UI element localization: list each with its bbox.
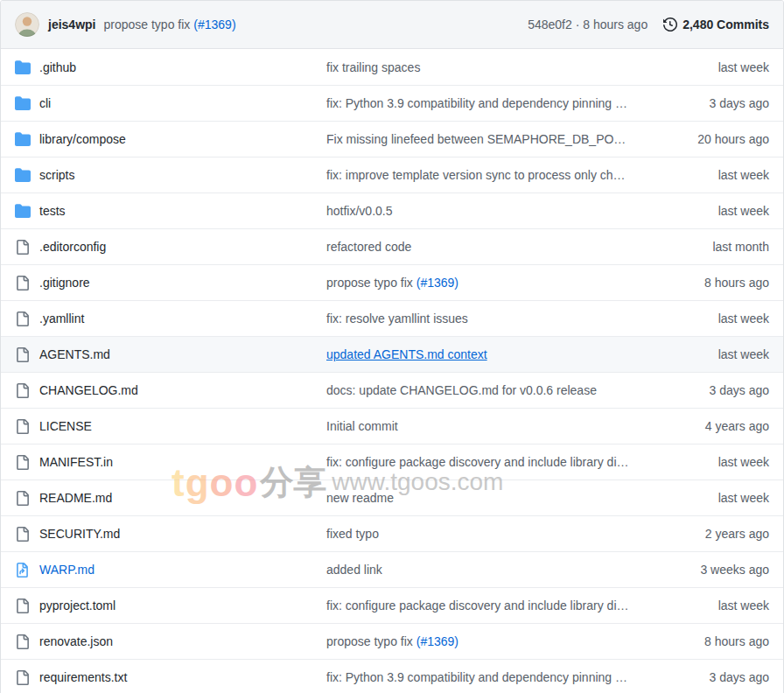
row-icon-slot	[15, 527, 32, 542]
commit-time: last week	[647, 312, 769, 326]
file-name[interactable]: renovate.json	[39, 634, 113, 648]
commit-time: 2 years ago	[647, 527, 769, 541]
table-row: renovate.json propose typo fix (#1369) 8…	[1, 623, 783, 659]
file-name-cell: cli	[15, 95, 326, 111]
file-name[interactable]: scripts	[39, 168, 74, 182]
table-row: .yamllint fix: resolve yamllint issues l…	[1, 300, 783, 336]
table-row: WARP.md added link 3 weeks ago	[1, 551, 783, 587]
commits-count-label: 2,480 Commits	[682, 18, 769, 32]
file-icon	[15, 670, 30, 685]
commit-message-text: fix: configure package discovery and inc…	[326, 455, 647, 469]
file-name[interactable]: tests	[39, 204, 66, 218]
file-name[interactable]: pyproject.toml	[39, 598, 116, 612]
commit-time: 8 hours ago	[583, 18, 648, 32]
commit-message: fix: configure package discovery and inc…	[326, 598, 647, 612]
dot-separator: ·	[576, 18, 580, 32]
file-name-cell: .github	[15, 60, 326, 75]
commit-meta: 548e0f2 · 8 hours ago 2,480 Commits	[528, 18, 769, 32]
file-name[interactable]: CHANGELOG.md	[39, 383, 138, 397]
file-name[interactable]: requirements.txt	[39, 670, 127, 684]
commit-title-link[interactable]: propose typo fix	[103, 18, 190, 32]
commit-message-link[interactable]: (#1369)	[416, 276, 458, 290]
commit-message-text: added link	[326, 563, 382, 577]
file-name-cell: AGENTS.md	[15, 347, 326, 362]
file-name-cell: .editorconfig	[15, 240, 326, 255]
commit-time: last week	[647, 204, 769, 218]
file-name[interactable]: README.md	[39, 491, 112, 505]
commit-message: updated AGENTS.md context	[326, 347, 647, 361]
commit-time: 8 hours ago	[647, 634, 769, 648]
file-name[interactable]: WARP.md	[39, 563, 94, 577]
commit-message-text: hotfix/v0.0.5	[326, 204, 393, 218]
file-icon	[15, 383, 30, 398]
symlink-file-icon	[15, 563, 30, 578]
table-row: requirements.txt fix: Python 3.9 compati…	[1, 659, 783, 693]
commit-time: last week	[647, 168, 769, 182]
row-icon-slot	[15, 563, 32, 578]
commit-message-text: fix: Python 3.9 compatibility and depend…	[326, 96, 647, 110]
file-name[interactable]: LICENSE	[39, 419, 92, 433]
file-name-cell: pyproject.toml	[15, 598, 326, 613]
file-name-cell: scripts	[15, 167, 326, 183]
commit-time: last week	[647, 455, 769, 469]
commit-message: Initial commit	[326, 419, 647, 433]
table-row: pyproject.toml fix: configure package di…	[1, 587, 783, 623]
commit-sha-time: 548e0f2 · 8 hours ago	[528, 18, 648, 32]
folder-icon	[15, 60, 31, 75]
file-name[interactable]: MANIFEST.in	[39, 455, 113, 469]
commit-message: hotfix/v0.0.5	[326, 204, 647, 218]
row-icon-slot	[15, 491, 32, 506]
commit-message: propose typo fix (#1369)	[326, 276, 647, 290]
file-icon	[15, 598, 30, 613]
file-icon	[15, 347, 30, 362]
commit-message-link[interactable]: (#1369)	[416, 634, 458, 648]
file-name[interactable]: .gitignore	[39, 276, 90, 290]
file-name[interactable]: SECURITY.md	[39, 527, 120, 541]
row-icon-slot	[15, 276, 32, 290]
commit-message-text: fix trailing spaces	[326, 60, 420, 74]
row-icon-slot	[15, 167, 32, 183]
folder-icon	[15, 167, 31, 183]
file-name[interactable]: library/compose	[39, 132, 126, 146]
commit-message-text: fixed typo	[326, 527, 379, 541]
commit-author[interactable]: jeis4wpi	[48, 18, 95, 32]
commits-history-link[interactable]: 2,480 Commits	[663, 18, 769, 32]
avatar[interactable]	[15, 12, 39, 37]
commit-message: fix trailing spaces	[326, 60, 647, 74]
commit-message-link[interactable]: updated AGENTS.md context	[326, 347, 487, 361]
file-name-cell: CHANGELOG.md	[15, 383, 326, 398]
commit-message: fix: Python 3.9 compatibility and depend…	[326, 96, 647, 110]
commit-sha-link[interactable]: 548e0f2	[528, 18, 572, 32]
table-row: .github fix trailing spaces last week	[1, 49, 783, 85]
file-name[interactable]: .editorconfig	[39, 240, 106, 254]
repo-file-browser: jeis4wpi propose typo fix (#1369) 548e0f…	[0, 0, 784, 693]
table-row: CHANGELOG.md docs: update CHANGELOG.md f…	[1, 372, 783, 408]
file-name-cell: renovate.json	[15, 634, 326, 649]
table-row: .gitignore propose typo fix (#1369) 8 ho…	[1, 264, 783, 300]
commit-message-text: Fix missing linefeed between SEMAPHORE_D…	[326, 132, 647, 146]
file-icon	[15, 527, 30, 542]
table-row: AGENTS.md updated AGENTS.md context last…	[1, 336, 783, 372]
folder-icon	[15, 203, 31, 219]
file-name[interactable]: cli	[39, 96, 51, 110]
commit-message-text: fix: Python 3.9 compatibility and depend…	[326, 670, 647, 684]
file-name[interactable]: .yamllint	[39, 312, 84, 326]
file-name[interactable]: AGENTS.md	[39, 347, 110, 361]
table-row: scripts fix: improve template version sy…	[1, 157, 783, 192]
row-icon-slot	[15, 312, 32, 326]
file-icon	[15, 491, 30, 506]
commit-time: last month	[647, 240, 769, 254]
file-name-cell: .yamllint	[15, 312, 326, 326]
file-name[interactable]: .github	[39, 60, 76, 74]
file-icon	[15, 312, 30, 326]
commit-message-text: docs: update CHANGELOG.md for v0.0.6 rel…	[326, 383, 597, 397]
commit-message: fixed typo	[326, 527, 647, 541]
avatar-image	[15, 12, 39, 37]
row-icon-slot	[15, 95, 32, 111]
file-name-cell: README.md	[15, 491, 326, 506]
table-row: README.md new readme last week	[1, 480, 783, 515]
file-icon	[15, 634, 30, 649]
commit-issue-link[interactable]: (#1369)	[193, 18, 235, 32]
row-icon-slot	[15, 203, 32, 219]
commit-message: fix: resolve yamllint issues	[326, 312, 647, 326]
